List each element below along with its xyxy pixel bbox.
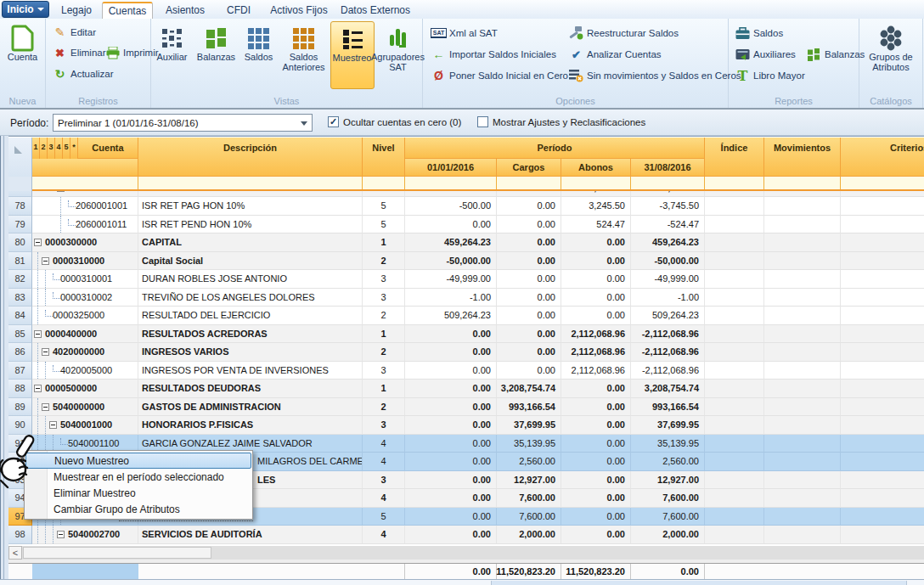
table-row[interactable]: 792060001011ISR RET PEND HON 10%50.000.0… — [8, 216, 924, 234]
cell-indice[interactable] — [705, 526, 764, 544]
cell-amount[interactable]: 7,600.00 — [497, 508, 561, 526]
table-row[interactable]: 850000400000RESULTADOS ACREDORAS10.000.0… — [8, 325, 924, 344]
cell-amount[interactable]: -2,112,068.96 — [631, 362, 705, 380]
cell-indice[interactable] — [705, 325, 764, 344]
cell-criterios[interactable] — [841, 471, 924, 490]
cell-description[interactable]: HONORARIOS P.FISICAS — [138, 416, 363, 435]
cell-amount[interactable]: -500.00 — [405, 197, 497, 216]
cell-nivel[interactable]: 2 — [363, 307, 405, 325]
libro-mayor-button[interactable]: TLibro Mayor — [735, 69, 805, 82]
cuenta-button[interactable]: Cuenta — [2, 21, 44, 89]
cell-amount[interactable]: 7,600.00 — [497, 489, 561, 508]
grupos-de-atributos-button[interactable]: Grupos de Atributos — [861, 21, 921, 89]
cell-amount[interactable]: 0.00 — [497, 270, 561, 289]
filter-cell[interactable] — [497, 177, 561, 189]
cell-indice[interactable] — [705, 191, 764, 197]
column-header-indice[interactable]: Índice — [705, 138, 764, 177]
row-number-header[interactable]: 78 — [8, 197, 32, 216]
cell-movimientos[interactable] — [764, 471, 841, 490]
cell-amount[interactable]: 459,264.23 — [405, 233, 497, 252]
cell-movimientos[interactable] — [764, 435, 841, 453]
collapse-expander-icon[interactable] — [57, 191, 65, 192]
saldos-button[interactable]: Saldos — [240, 21, 278, 89]
cell-amount[interactable]: 37,699.95 — [631, 416, 705, 435]
cell-description[interactable]: DURAN ROBLES JOSE ANTONIO — [138, 270, 363, 289]
auxiliar-button[interactable]: Auxiliar — [152, 21, 193, 89]
cell-movimientos[interactable] — [764, 307, 841, 325]
cell-amount[interactable]: -4,269.97 — [631, 191, 705, 197]
collapse-expander-icon[interactable] — [34, 385, 42, 392]
cell-amount[interactable]: 0.00 — [497, 343, 561, 362]
poner-saldo-inicial-en-cero-button[interactable]: ØPoner Saldo Inicial en Cero — [431, 69, 568, 82]
cell-description[interactable]: CAPITAL — [138, 233, 363, 252]
cell-amount[interactable]: 0.00 — [561, 508, 631, 526]
cell-indice[interactable] — [705, 252, 764, 271]
cell-criterios[interactable] — [841, 233, 924, 252]
reestructurar-saldos-button[interactable]: Reestructurar Saldos — [569, 26, 679, 40]
cell-movimientos[interactable] — [764, 416, 841, 435]
cell-account[interactable]: 0000310000 — [32, 252, 138, 271]
cell-movimientos[interactable] — [764, 508, 841, 526]
collapse-expander-icon[interactable] — [42, 348, 49, 356]
cell-amount[interactable]: 12,927.00 — [497, 471, 561, 490]
actualizar-button[interactable]: ↻Actualizar — [53, 67, 114, 81]
cell-movimientos[interactable] — [764, 252, 841, 271]
column-header-abonos[interactable]: Abonos — [561, 159, 631, 177]
cell-amount[interactable]: 524.47 — [561, 216, 631, 234]
cell-amount[interactable]: 0.00 — [561, 471, 631, 490]
cell-amount[interactable]: -3,745.50 — [631, 197, 705, 216]
table-row[interactable]: 905040001000HONORARIOS P.FISICAS30.0037,… — [8, 416, 924, 435]
cell-movimientos[interactable] — [764, 453, 841, 471]
filter-cell[interactable] — [631, 177, 705, 189]
table-row[interactable]: 864020000000INGRESOS VARIOS20.000.002,11… — [8, 343, 924, 362]
menu-item-cambiar-grupo-de-atributos[interactable]: Cambiar Grupo de Atributos — [25, 501, 252, 517]
column-header-criterios[interactable]: Criterios — [841, 138, 924, 177]
cell-indice[interactable] — [705, 453, 764, 471]
menu-item-nuevo-muestreo[interactable]: Nuevo Muestreo — [25, 453, 251, 469]
cell-amount[interactable]: 2,112,068.96 — [561, 362, 631, 380]
tab-legajo[interactable]: Legajo — [53, 2, 100, 19]
cell-amount[interactable]: 0.00 — [497, 307, 561, 325]
collapse-expander-icon[interactable] — [34, 239, 42, 246]
cell-amount[interactable]: 0.00 — [497, 197, 561, 216]
filter-cell[interactable] — [138, 177, 363, 189]
cell-indice[interactable] — [705, 435, 764, 453]
table-row[interactable]: 820000310001DURAN ROBLES JOSE ANTONIO3-4… — [8, 270, 924, 289]
cell-amount[interactable]: 993,166.54 — [497, 398, 561, 417]
cell-nivel[interactable]: 3 — [363, 416, 405, 435]
cell-criterios[interactable] — [841, 252, 924, 271]
cell-amount[interactable]: 0.00 — [405, 489, 497, 508]
tab-activos-fijos[interactable]: Activos Fijos — [265, 2, 333, 19]
cell-account[interactable]: 5040002700 — [32, 526, 138, 544]
cell-amount[interactable]: 0.00 — [561, 233, 631, 252]
cell-amount[interactable]: 3,245.50 — [561, 197, 631, 216]
menu-item-muestrear-en-el-per-odo-seleccionado[interactable]: Muestrear en el período seleccionado — [25, 469, 252, 485]
row-number-header[interactable]: 83 — [8, 289, 32, 307]
menu-item-eliminar-muestreo[interactable]: Eliminar Muestreo — [25, 485, 252, 501]
collapse-expander-icon[interactable] — [49, 421, 57, 429]
cell-description[interactable]: INGRESOS POR VENTA DE INVERSIONES — [138, 362, 363, 380]
cell-amount[interactable]: 7,600.00 — [631, 508, 705, 526]
cell-amount[interactable]: 2,560.00 — [497, 453, 561, 471]
cell-criterios[interactable] — [841, 453, 924, 471]
cell-account[interactable]: 2060001011 — [32, 216, 138, 234]
filter-cell[interactable] — [32, 177, 138, 189]
period-select[interactable]: Preliminar 1 (01/01/16-31/08/16) — [53, 114, 313, 132]
cell-amount[interactable]: 0.00 — [405, 416, 497, 435]
cell-amount[interactable]: -524.47 — [631, 216, 705, 234]
collapse-expander-icon[interactable] — [34, 330, 42, 338]
filter-cell[interactable] — [764, 177, 841, 189]
cell-amount[interactable]: 459,264.23 — [631, 233, 705, 252]
cell-account[interactable]: 4020005000 — [32, 362, 138, 380]
cell-indice[interactable] — [705, 289, 764, 307]
horizontal-scrollbar[interactable]: < — [8, 546, 924, 560]
cell-description[interactable]: TREVIÑO DE LOS ANGELES DOLORES — [138, 289, 363, 307]
cell-amount[interactable]: 0.00 — [561, 252, 631, 271]
cell-indice[interactable] — [705, 489, 764, 508]
cell-movimientos[interactable] — [764, 380, 841, 398]
cell-amount[interactable]: 37,699.95 — [497, 416, 561, 435]
scrollbar-thumb[interactable] — [23, 547, 211, 559]
cell-amount[interactable]: 509,264.23 — [405, 307, 497, 325]
cell-movimientos[interactable] — [764, 362, 841, 380]
filter-cell[interactable] — [561, 177, 631, 189]
